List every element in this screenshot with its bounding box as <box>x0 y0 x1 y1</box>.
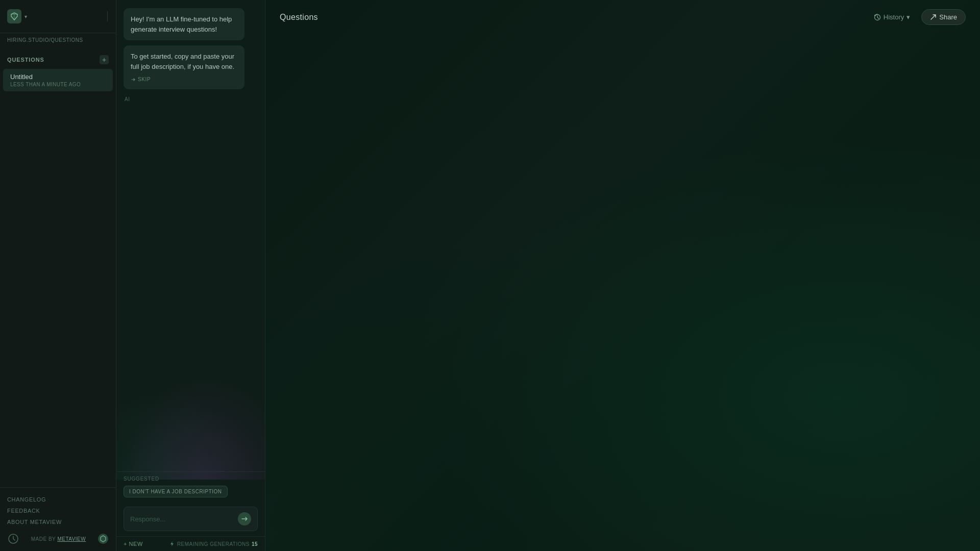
chat-message-text-1: To get started, copy and paste your full… <box>131 53 234 70</box>
about-link[interactable]: ABOUT METAVIEW <box>7 516 109 528</box>
share-button[interactable]: Share <box>921 9 966 25</box>
sidebar-empty-area <box>0 92 116 487</box>
svg-point-2 <box>98 534 108 544</box>
sidebar-footer: CHANGELOG FEEDBACK ABOUT METAVIEW MADE B… <box>0 487 116 551</box>
send-button[interactable] <box>238 512 251 525</box>
history-chevron-icon: ▾ <box>906 13 910 21</box>
logo-chevron-icon: ▾ <box>24 14 27 19</box>
suggested-chip-0[interactable]: I DON'T HAVE A JOB DESCRIPTION <box>124 486 228 497</box>
feedback-link[interactable]: FEEDBACK <box>7 505 109 516</box>
chat-message-text-0: Hey! I'm an LLM fine-tuned to help gener… <box>131 15 232 33</box>
metaview-link[interactable]: METAVIEW <box>57 536 86 542</box>
skip-label: SKIP <box>138 76 151 83</box>
response-input[interactable] <box>130 515 238 523</box>
remaining-count: 15 <box>252 541 258 547</box>
remaining-label: REMAINING GENERATIONS 15 <box>169 541 258 547</box>
logo-icon <box>7 9 21 23</box>
made-by-text: MADE BY METAVIEW <box>31 536 86 542</box>
suggested-area: SUGGESTED I DON'T HAVE A JOB DESCRIPTION <box>116 471 265 502</box>
breadcrumb: HIRING.STUDIO/QUESTIONS <box>0 33 116 49</box>
page-title: Questions <box>280 13 318 22</box>
clock-icon <box>7 533 19 545</box>
add-question-button[interactable]: + <box>100 55 109 64</box>
chat-bottom-bar: + NEW REMAINING GENERATIONS 15 <box>116 536 265 551</box>
remaining-text: REMAINING GENERATIONS <box>177 541 250 547</box>
sidebar-header: ▾ <box>0 0 116 33</box>
questions-section-header: QUESTIONS + <box>0 51 116 68</box>
questions-section-title: QUESTIONS <box>7 57 44 63</box>
sidebar: ▾ HIRING.STUDIO/QUESTIONS QUESTIONS + Un… <box>0 0 116 551</box>
share-icon <box>930 14 937 20</box>
sidebar-item-untitled[interactable]: Untitled LESS THAN A MINUTE AGO <box>3 69 113 91</box>
chat-messages: Hey! I'm an LLM fine-tuned to help gener… <box>116 0 265 471</box>
history-icon <box>874 14 881 21</box>
skip-link[interactable]: SKIP <box>131 76 237 83</box>
changelog-link[interactable]: CHANGELOG <box>7 494 109 505</box>
skip-icon <box>131 77 136 82</box>
chat-message-0: Hey! I'm an LLM fine-tuned to help gener… <box>124 8 244 40</box>
logo-area[interactable]: ▾ <box>7 9 27 23</box>
history-button[interactable]: History ▾ <box>869 10 915 24</box>
history-label: History <box>884 13 904 21</box>
send-icon <box>241 515 248 522</box>
main-content: Questions History ▾ Share <box>265 0 980 551</box>
new-button[interactable]: + NEW <box>124 541 143 547</box>
suggested-label: SUGGESTED <box>124 476 258 482</box>
share-label: Share <box>939 13 957 21</box>
metaview-logo-icon <box>97 533 109 544</box>
main-empty-area <box>265 34 980 551</box>
response-bar <box>124 507 258 531</box>
chat-message-1: To get started, copy and paste your full… <box>124 45 244 89</box>
sidebar-item-title: Untitled <box>10 73 106 81</box>
chat-panel: Hey! I'm an LLM fine-tuned to help gener… <box>116 0 265 551</box>
top-bar-actions: History ▾ Share <box>869 9 966 25</box>
made-by-row: MADE BY METAVIEW <box>7 528 109 545</box>
lightning-icon <box>169 541 175 547</box>
sidebar-item-time: LESS THAN A MINUTE AGO <box>10 82 106 87</box>
main-top-bar: Questions History ▾ Share <box>265 0 980 34</box>
header-divider <box>107 11 108 21</box>
ai-label: AI <box>124 96 258 102</box>
